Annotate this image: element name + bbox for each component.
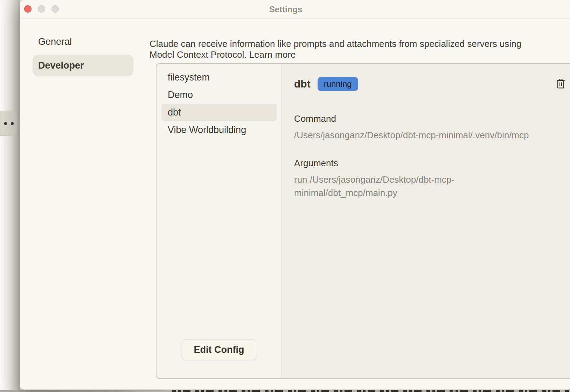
trash-icon: [556, 85, 565, 90]
ellipsis-dot-icon: [11, 122, 14, 125]
window-shadow: [0, 390, 172, 392]
status-badge: running: [318, 77, 358, 91]
window-title: Settings: [20, 0, 552, 19]
close-button[interactable]: [24, 5, 32, 13]
background-ellipsis-button[interactable]: [0, 111, 17, 136]
server-detail-pane: dbt running Command /Users/jaso: [281, 64, 570, 378]
edit-config-button[interactable]: Edit Config: [182, 339, 257, 360]
server-name: dbt: [294, 78, 311, 90]
titlebar[interactable]: Settings: [20, 0, 570, 19]
learn-more-link[interactable]: Learn more: [249, 49, 296, 60]
sidebar-item-developer[interactable]: Developer: [33, 55, 133, 76]
mcp-description: Claude can receive information like prom…: [150, 38, 545, 60]
server-detail-header: dbt running: [294, 77, 566, 91]
settings-sidebar: General Developer: [33, 31, 133, 78]
server-list: filesystem Demo dbt Vibe Worldbuilding E…: [157, 64, 281, 378]
clipped-background-text: [172, 390, 570, 392]
description-text: Claude can receive information like prom…: [150, 38, 521, 60]
server-item-vibe-worldbuilding[interactable]: Vibe Worldbuilding: [161, 121, 277, 139]
command-label: Command: [294, 113, 566, 124]
minimize-button[interactable]: [38, 5, 45, 13]
ellipsis-dot-icon: [4, 122, 7, 125]
delete-server-button[interactable]: [556, 78, 566, 91]
server-item-dbt[interactable]: dbt: [161, 104, 277, 121]
arguments-value: run /Users/jasonganz/Desktop/dbt-mcp-min…: [294, 173, 466, 200]
settings-window: Settings General Developer Claude can re…: [20, 0, 570, 390]
arguments-label: Arguments: [294, 158, 566, 169]
zoom-button[interactable]: [51, 5, 59, 13]
sidebar-item-general[interactable]: General: [33, 31, 133, 52]
mcp-servers-panel: filesystem Demo dbt Vibe Worldbuilding E…: [156, 63, 570, 379]
command-value: /Users/jasonganz/Desktop/dbt-mcp-minimal…: [294, 128, 566, 142]
server-item-filesystem[interactable]: filesystem: [161, 69, 277, 86]
background-window-edge: [0, 0, 20, 392]
server-item-demo[interactable]: Demo: [161, 86, 277, 104]
